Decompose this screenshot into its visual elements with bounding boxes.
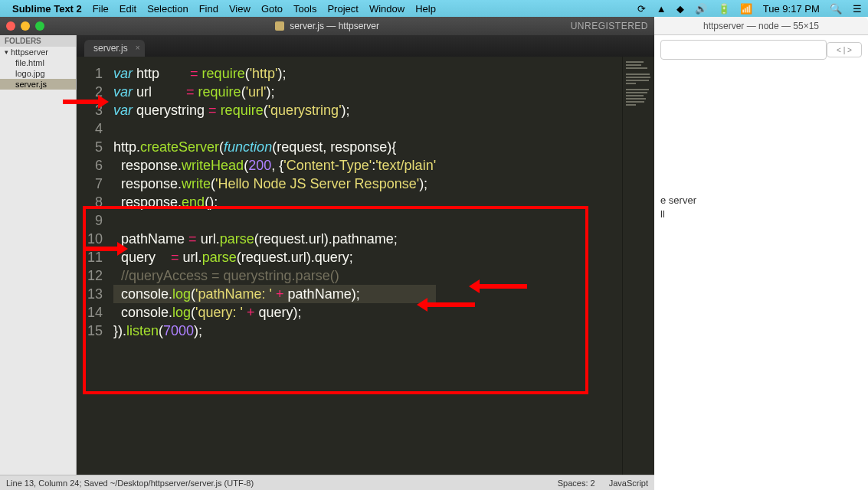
tab-serverjs[interactable]: server.js × bbox=[84, 40, 145, 57]
sidebar-file[interactable]: logo.jpg bbox=[0, 68, 76, 79]
terminal-titlebar: httpserver — node — 55×15 bbox=[654, 17, 868, 35]
menu-window[interactable]: Window bbox=[369, 3, 405, 15]
terminal-line: ll bbox=[660, 208, 862, 220]
menu-selection[interactable]: Selection bbox=[147, 3, 188, 15]
terminal-toolbar-field[interactable] bbox=[660, 40, 827, 60]
sidebar[interactable]: FOLDERS httpserver file.html logo.jpg se… bbox=[0, 35, 77, 475]
status-left: Line 13, Column 24; Saved ~/Desktop/http… bbox=[6, 479, 254, 488]
code-editor[interactable]: 123456789101112131415 var http = require… bbox=[77, 57, 654, 475]
status-syntax[interactable]: JavaScript bbox=[609, 479, 648, 488]
spotlight-icon[interactable]: 🔍 bbox=[830, 3, 842, 15]
clock[interactable]: Tue 9:17 PM bbox=[763, 3, 820, 15]
window-title: server.js — httpserver bbox=[0, 21, 654, 31]
battery-icon[interactable]: 🔋 bbox=[718, 3, 730, 15]
app-name[interactable]: Sublime Text 2 bbox=[12, 3, 82, 15]
drive-icon[interactable]: ◆ bbox=[676, 3, 684, 15]
menu-help[interactable]: Help bbox=[415, 3, 436, 15]
js-file-icon bbox=[275, 21, 284, 31]
tab-close-icon[interactable]: × bbox=[136, 44, 140, 52]
line-number-gutter: 123456789101112131415 bbox=[77, 57, 107, 475]
macos-menubar: Sublime Text 2 File Edit Selection Find … bbox=[0, 0, 868, 17]
tab-bar: server.js × bbox=[77, 35, 654, 57]
terminal-line: e server bbox=[660, 194, 862, 206]
status-spaces[interactable]: Spaces: 2 bbox=[558, 479, 595, 488]
sidebar-file-selected[interactable]: server.js bbox=[0, 79, 76, 90]
minimap[interactable] bbox=[622, 57, 654, 475]
sublime-titlebar[interactable]: server.js — httpserver UNREGISTERED bbox=[0, 17, 654, 35]
window-minimize-icon[interactable] bbox=[21, 21, 30, 31]
terminal-title: httpserver — node — 55×15 bbox=[703, 21, 819, 31]
menu-find[interactable]: Find bbox=[199, 3, 218, 15]
volume-icon[interactable]: 🔊 bbox=[695, 3, 707, 15]
unregistered-label: UNREGISTERED bbox=[571, 21, 648, 31]
wifi-icon[interactable]: 📶 bbox=[740, 3, 752, 15]
sidebar-header: FOLDERS bbox=[0, 35, 76, 47]
menu-tools[interactable]: Tools bbox=[293, 3, 316, 15]
code-area[interactable]: var http = require('http');var url = req… bbox=[107, 57, 439, 475]
sync-icon[interactable]: ⟳ bbox=[637, 3, 646, 15]
status-icons: ⟳ ▲ ◆ 🔊 🔋 📶 Tue 9:17 PM 🔍 ☰ bbox=[630, 3, 862, 15]
menu-file[interactable]: File bbox=[93, 3, 109, 15]
menu-project[interactable]: Project bbox=[327, 3, 358, 15]
cloud-icon[interactable]: ▲ bbox=[657, 3, 667, 15]
sublime-window: server.js — httpserver UNREGISTERED FOLD… bbox=[0, 17, 654, 490]
menu-view[interactable]: View bbox=[229, 3, 251, 15]
window-close-icon[interactable] bbox=[6, 21, 15, 31]
sidebar-file[interactable]: file.html bbox=[0, 57, 76, 68]
window-zoom-icon[interactable] bbox=[35, 21, 44, 31]
menu-extra-icon[interactable]: ☰ bbox=[853, 3, 862, 15]
menu-edit[interactable]: Edit bbox=[120, 3, 136, 15]
sidebar-folder[interactable]: httpserver bbox=[0, 47, 76, 57]
menu-goto[interactable]: Goto bbox=[261, 3, 283, 15]
status-bar: Line 13, Column 24; Saved ~/Desktop/http… bbox=[0, 475, 654, 490]
terminal-body[interactable]: < | > e server ll bbox=[654, 35, 868, 490]
terminal-nav-chips[interactable]: < | > bbox=[827, 42, 862, 57]
tab-label: server.js bbox=[93, 43, 128, 54]
